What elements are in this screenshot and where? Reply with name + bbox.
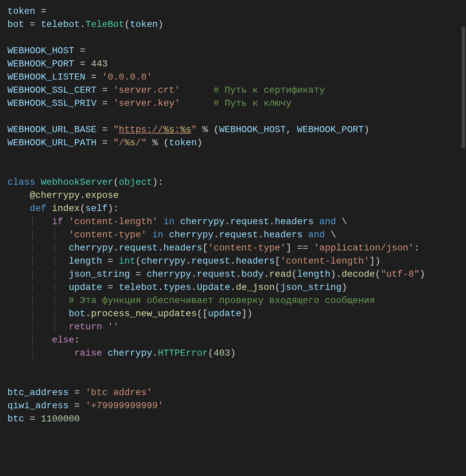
code-token: 'content-length' [280,256,369,266]
code-token: " [113,124,119,135]
code-token: " [141,138,147,148]
code-token: . [158,243,164,253]
code-token: '+79999999999' [85,400,163,411]
code-token: ) [364,124,369,135]
code-token: WEBHOOK_URL_PATH [7,138,97,148]
code-token: request [197,269,236,279]
code-token: 'application/json' [314,243,414,253]
code-token: = [102,282,119,293]
code-token: headers [236,256,275,266]
code-token: : [74,335,80,345]
code-block: token = bot = telebot.TeleBot(token) WEB… [0,0,466,430]
code-comment: # Эта функция обеспечивает проверку вход… [69,295,375,306]
code-token: 'server.key' [113,98,180,109]
code-token: , [286,124,297,135]
code-token: ) [247,308,253,319]
code-token: decode [341,269,375,279]
code-token: . [191,282,197,293]
code-token: / [119,138,125,148]
code-token: = [85,72,102,82]
code-token: 'btc addres' [85,387,152,398]
code-token: = [97,124,113,135]
code-token: token [130,19,158,30]
code-token: 'content-type' [69,230,147,240]
code-token: token [7,6,35,17]
code-token: . [152,348,158,358]
code-token: . [236,269,242,279]
code-token: ( [197,308,202,319]
code-token: = [69,400,86,411]
code-comment: # Путь к ключу [214,98,292,109]
code-token: = [69,387,86,398]
code-token: cherrypy [108,348,152,358]
code-token: 'content-type' [208,243,286,253]
code-token: ) [330,269,336,279]
code-token: headers [163,243,202,253]
code-token: WEBHOOK_SSL_PRIV [7,98,97,109]
code-token: bot [7,19,24,30]
code-token: [ [275,256,280,266]
code-token: \ [336,216,347,227]
code-token: HTTPError [158,348,208,358]
code-token: ) [375,256,381,266]
code-token: headers [275,216,314,227]
code-token: Update [197,282,230,293]
code-token: / [136,138,141,148]
code-token: " [113,138,119,148]
code-token: = [97,98,113,109]
code-token: int [119,256,136,266]
code-token: TeleBot [85,19,125,30]
code-token: WebhookServer [41,177,113,187]
code-token: request [119,243,158,253]
code-token: % [197,124,214,135]
code-token: " [191,124,197,135]
code-token: https:// [119,124,163,135]
code-keyword: and [319,216,336,227]
code-token: ] [286,243,292,253]
code-token: ( [214,124,219,135]
code-token: ( [208,348,214,358]
code-token: [ [202,243,208,253]
code-token: telebot [119,282,158,293]
code-token: == [292,243,314,253]
code-token: 403 [214,348,230,358]
code-keyword: def [30,203,47,214]
code-token: = [130,269,147,279]
code-token: ( [113,177,119,187]
code-token: cherrypy [69,243,113,253]
scrollbar-thumb[interactable] [462,27,465,148]
code-token: "utf-8" [381,269,420,279]
code-keyword: and [308,230,325,240]
code-token: json_string [69,269,130,279]
code-token: token [169,138,197,148]
code-token: body [241,269,264,279]
code-keyword: return [69,322,102,332]
code-token: . [225,216,230,227]
code-token: : [174,124,180,135]
code-token: object [119,177,152,187]
code-token: self [85,203,108,214]
code-token: . [336,269,342,279]
code-token: = [74,46,85,56]
code-token: bot [69,308,86,319]
code-keyword: else [52,335,74,345]
code-token: qiwi_adress [7,400,69,411]
code-keyword: class [7,177,35,187]
scrollbar-vertical[interactable] [461,0,466,476]
code-token: ( [163,138,169,148]
code-token: ( [292,269,297,279]
code-token: WEBHOOK_URL_BASE [7,124,97,135]
code-token: : [414,243,420,253]
code-token: . [230,256,236,266]
code-token: = [97,138,113,148]
code-token: ] [241,308,247,319]
code-token: telebot [41,19,80,30]
code-token: . [230,282,236,293]
code-token: ( [80,203,86,214]
code-token: = [35,6,47,17]
code-token: ( [125,19,130,30]
code-token: = [102,256,119,266]
code-token: cherrypy [169,230,214,240]
code-token: . [264,269,269,279]
code-token: ) [230,348,236,358]
